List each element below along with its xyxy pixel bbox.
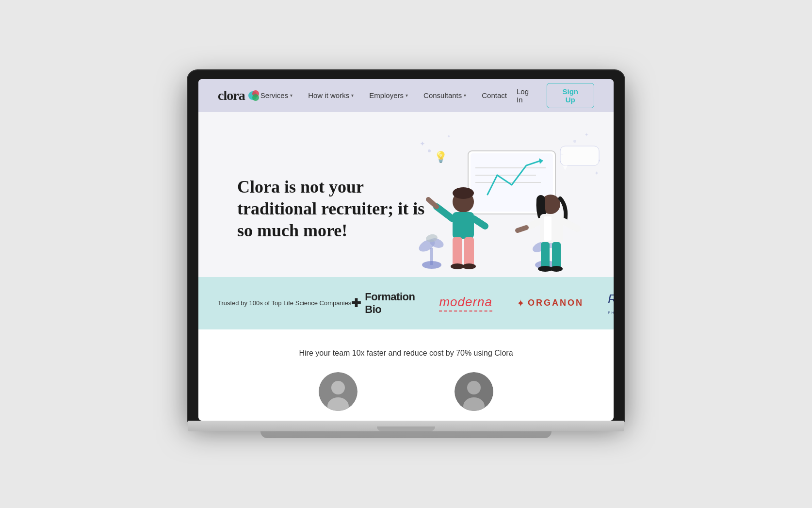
svg-point-31 xyxy=(453,187,474,199)
cta-section: Hire your team 10x faster and reduce cos… xyxy=(198,329,614,421)
svg-line-34 xyxy=(428,199,437,207)
chevron-down-icon: ▾ xyxy=(464,93,466,98)
organon-icon: ✦ xyxy=(517,297,525,309)
svg-rect-32 xyxy=(453,212,474,239)
rhythm-text-main: Rhythm xyxy=(608,292,614,307)
formation-bio-text: Formation Bio xyxy=(365,291,415,316)
notch xyxy=(387,70,425,79)
svg-point-2 xyxy=(252,94,259,101)
chevron-down-icon: ▾ xyxy=(406,93,408,98)
nav-actions: Log In Sign Up xyxy=(517,83,594,108)
avatar-right-svg xyxy=(455,372,493,411)
hero-section: Clora is not your traditional recruiter;… xyxy=(198,112,614,277)
svg-line-45 xyxy=(563,221,577,229)
svg-point-54 xyxy=(467,381,481,394)
rhythm-text-sub: Pharmaceuticals xyxy=(608,311,614,315)
svg-point-5 xyxy=(573,140,576,143)
signup-button[interactable]: Sign Up xyxy=(547,83,594,108)
svg-line-33 xyxy=(437,207,453,219)
logo[interactable]: clora xyxy=(218,88,260,103)
organon-text: Organon xyxy=(528,298,584,308)
svg-point-38 xyxy=(451,263,464,269)
screen-bezel: clora Services ▾ How it works xyxy=(188,70,624,421)
svg-text:💡: 💡 xyxy=(434,150,448,164)
nav-services[interactable]: Services ▾ xyxy=(260,91,293,99)
logo-moderna: moderna xyxy=(439,295,492,311)
svg-text:✦: ✦ xyxy=(585,132,588,137)
trusted-text: Trusted by 100s of Top Life Science Comp… xyxy=(218,298,351,308)
logo-formation-bio: ✚ Formation Bio xyxy=(351,291,415,316)
chevron-down-icon: ▾ xyxy=(351,93,354,98)
svg-point-4 xyxy=(448,135,450,137)
svg-point-49 xyxy=(550,266,563,272)
laptop-container: clora Services ▾ How it works xyxy=(188,70,624,438)
svg-line-35 xyxy=(474,219,485,226)
svg-rect-12 xyxy=(560,146,599,165)
nav-consultants[interactable]: Consultants ▾ xyxy=(423,91,466,99)
chevron-down-icon: ▾ xyxy=(290,93,292,98)
nav-contact[interactable]: Contact xyxy=(482,91,507,99)
logos-strip: Trusted by 100s of Top Life Science Comp… xyxy=(198,277,614,329)
svg-point-3 xyxy=(428,149,431,152)
moderna-text: moderna xyxy=(439,295,492,311)
svg-rect-36 xyxy=(453,237,462,266)
hero-illustration: ✦ ✦ ✦ ✦ 💡 xyxy=(390,122,614,277)
svg-rect-42 xyxy=(544,216,552,241)
svg-point-51 xyxy=(331,381,345,394)
browser-screen: clora Services ▾ How it works xyxy=(198,79,614,421)
svg-text:✦: ✦ xyxy=(420,140,425,147)
svg-text:✦: ✦ xyxy=(594,170,599,177)
svg-point-39 xyxy=(462,263,476,269)
laptop-stand xyxy=(260,431,552,438)
avatar-left-svg xyxy=(319,372,357,411)
logo-text: clora xyxy=(218,88,245,103)
logo-icon xyxy=(247,89,260,102)
logos-row: ✚ Formation Bio moderna ✦ Organon Rhyt xyxy=(351,291,614,316)
cta-tagline: Hire your team 10x faster and reduce cos… xyxy=(218,349,594,358)
avatars-row xyxy=(218,372,594,411)
login-button[interactable]: Log In xyxy=(517,87,537,104)
svg-rect-47 xyxy=(552,242,561,269)
logo-rhythm: Rhythm Pharmaceuticals xyxy=(608,292,614,315)
formation-plus-icon: ✚ xyxy=(351,296,361,310)
svg-rect-46 xyxy=(541,242,550,269)
nav-links: Services ▾ How it works ▾ Employers ▾ Co… xyxy=(260,91,507,99)
nav-how-it-works[interactable]: How it works ▾ xyxy=(308,91,354,99)
avatar-left xyxy=(319,372,357,411)
laptop-hinge xyxy=(377,426,435,431)
svg-rect-37 xyxy=(464,237,474,266)
nav-employers[interactable]: Employers ▾ xyxy=(369,91,408,99)
svg-marker-13 xyxy=(563,165,568,170)
navbar: clora Services ▾ How it works xyxy=(198,79,614,112)
svg-rect-21 xyxy=(430,248,433,265)
svg-line-44 xyxy=(518,228,526,230)
hero-svg: ✦ ✦ ✦ ✦ 💡 xyxy=(390,122,614,277)
logo-organon: ✦ Organon xyxy=(517,297,584,309)
laptop-base xyxy=(188,421,624,431)
avatar-right xyxy=(455,372,493,411)
